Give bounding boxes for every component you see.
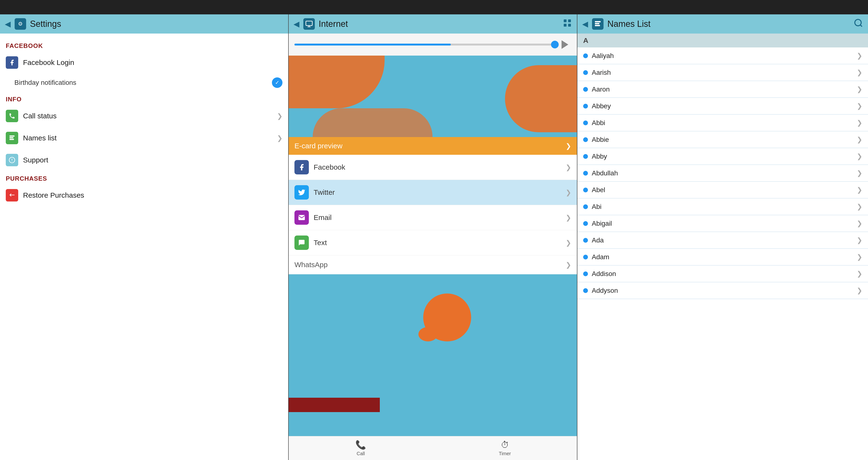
name-item-abel[interactable]: Abel ❯: [578, 182, 868, 198]
name-chevron: ❯: [857, 68, 862, 76]
svg-rect-10: [595, 23, 599, 24]
share-item-email[interactable]: Email ❯: [289, 205, 577, 230]
timer-nav-label: Timer: [499, 451, 511, 456]
name-item-abdullah[interactable]: Abdullah ❯: [578, 165, 868, 182]
name-item-ada[interactable]: Ada ❯: [578, 232, 868, 249]
section-info-label: INFO: [0, 92, 288, 105]
share-item-whatsapp[interactable]: WhatsApp ❯: [289, 255, 577, 274]
settings-item-facebook-login[interactable]: Facebook Login: [0, 52, 288, 73]
ecard-preview-chevron: ❯: [566, 142, 571, 150]
name-label: Abbie: [592, 136, 853, 143]
panel-settings: ◀ ⚙ Settings FACEBOOK Facebook Login Bir…: [0, 14, 289, 460]
slider-track[interactable]: [294, 43, 555, 45]
settings-app-icon: ⚙: [14, 18, 26, 30]
name-item-abi[interactable]: Abi ❯: [578, 198, 868, 215]
name-dot: [583, 238, 588, 243]
slider-fill: [294, 43, 451, 45]
name-label: Addison: [592, 270, 853, 278]
share-email-icon: [294, 210, 309, 225]
name-label: Abel: [592, 186, 853, 194]
slider-thumb[interactable]: [551, 41, 559, 48]
settings-item-call-status[interactable]: Call status ❯: [0, 105, 288, 127]
name-item-aaliyah[interactable]: Aaliyah ❯: [578, 47, 868, 64]
ecard-shape2: [505, 65, 577, 132]
share-facebook-chevron: ❯: [566, 163, 571, 171]
name-dot: [583, 121, 588, 125]
name-chevron: ❯: [857, 203, 862, 210]
play-triangle-icon: [562, 40, 568, 49]
name-item-aaron[interactable]: Aaron ❯: [578, 81, 868, 98]
birthday-notifications-row[interactable]: Birthday notifications ✓: [0, 73, 288, 92]
ecard-preview-bar[interactable]: E-card preview ❯: [289, 137, 577, 155]
names-back-icon[interactable]: ◀: [582, 20, 588, 29]
name-item-addyson[interactable]: Addyson ❯: [578, 282, 868, 299]
name-item-abby[interactable]: Abby ❯: [578, 148, 868, 165]
call-status-label: Call status: [23, 112, 272, 120]
svg-rect-1: [9, 137, 13, 138]
name-chevron: ❯: [857, 52, 862, 60]
svg-rect-4: [306, 21, 312, 26]
internet-back-icon[interactable]: ◀: [293, 20, 300, 29]
name-chevron: ❯: [857, 270, 862, 278]
facebook-icon: [6, 56, 18, 69]
internet-header: ◀ Internet: [289, 14, 577, 34]
name-chevron: ❯: [857, 287, 862, 294]
name-label: Abi: [592, 203, 853, 210]
name-label: Addyson: [592, 287, 853, 294]
share-text-icon: [294, 235, 309, 250]
share-email-chevron: ❯: [566, 214, 571, 222]
nav-call[interactable]: 📞 Call: [289, 440, 433, 456]
name-dot: [583, 288, 588, 293]
slider-row: [289, 34, 577, 56]
names-list-label: Names list: [23, 134, 272, 142]
name-chevron: ❯: [857, 102, 862, 110]
settings-item-names-list[interactable]: Names list ❯: [0, 127, 288, 149]
panel-internet: ◀ Internet: [289, 14, 578, 460]
name-item-abbi[interactable]: Abbi ❯: [578, 114, 868, 131]
name-chevron: ❯: [857, 186, 862, 194]
svg-rect-2: [9, 139, 14, 140]
names-search-icon[interactable]: [854, 18, 863, 30]
name-label: Abbey: [592, 102, 853, 110]
play-button[interactable]: [559, 38, 571, 51]
name-chevron: ❯: [857, 220, 862, 227]
name-chevron: ❯: [857, 152, 862, 160]
svg-rect-9: [595, 21, 601, 22]
internet-title: Internet: [319, 19, 348, 29]
bottom-nav-bar: 📞 Call ⏱ Timer: [289, 436, 577, 460]
section-purchases-label: PURCHASES: [0, 171, 288, 184]
name-item-adam[interactable]: Adam ❯: [578, 249, 868, 265]
svg-point-12: [855, 20, 861, 26]
ecard-preview-label: E-card preview: [294, 142, 342, 150]
name-label: Abbi: [592, 119, 853, 127]
bottom-image-area: [289, 274, 577, 436]
internet-header-right-icon[interactable]: [562, 18, 572, 30]
names-list: Aaliyah ❯ Aarish ❯ Aaron ❯ Abbey ❯ Abbi …: [578, 47, 868, 299]
name-item-aarish[interactable]: Aarish ❯: [578, 64, 868, 81]
name-item-abbie[interactable]: Abbie ❯: [578, 131, 868, 148]
share-item-facebook[interactable]: Facebook ❯: [289, 155, 577, 180]
settings-item-support[interactable]: Support: [0, 149, 288, 171]
settings-header: ◀ ⚙ Settings: [0, 14, 288, 34]
share-item-text[interactable]: Text ❯: [289, 230, 577, 255]
internet-header-left: ◀ Internet: [293, 18, 348, 30]
svg-rect-8: [568, 24, 571, 27]
name-item-addison[interactable]: Addison ❯: [578, 265, 868, 282]
name-item-abbey[interactable]: Abbey ❯: [578, 98, 868, 114]
call-nav-label: Call: [356, 451, 365, 456]
name-chevron: ❯: [857, 253, 862, 261]
bottom-dark-bar: [289, 398, 380, 412]
call-nav-icon: 📞: [355, 440, 366, 450]
timer-nav-icon: ⏱: [501, 440, 509, 450]
whatsapp-chevron: ❯: [566, 261, 571, 269]
settings-item-restore-purchases[interactable]: Restore Purchases: [0, 184, 288, 206]
settings-back-icon[interactable]: ◀: [5, 20, 11, 29]
name-label: Aaron: [592, 86, 853, 93]
name-chevron: ❯: [857, 85, 862, 93]
panels-container: ◀ ⚙ Settings FACEBOOK Facebook Login Bir…: [0, 14, 868, 460]
name-item-abigail[interactable]: Abigail ❯: [578, 215, 868, 232]
nav-timer[interactable]: ⏱ Timer: [433, 440, 577, 456]
share-item-twitter[interactable]: Twitter ❯: [289, 180, 577, 205]
names-header: ◀ Names List: [578, 14, 868, 34]
names-title: Names List: [607, 19, 651, 29]
